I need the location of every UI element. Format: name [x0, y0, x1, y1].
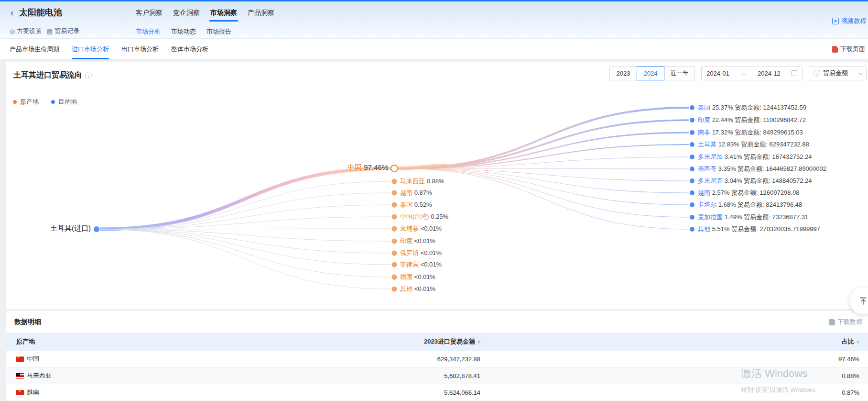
sort-share-icon[interactable] [857, 340, 859, 344]
flow-right-node-卡塔尔[interactable] [690, 202, 694, 207]
flow-right-label-印度[interactable]: 印度 22.44% 贸易金额: 1100296842.72 [698, 116, 806, 124]
flow-mid-node-菲律宾[interactable] [392, 262, 397, 267]
flow-mid-node-柬埔寨[interactable] [392, 226, 397, 232]
subtab-market-report[interactable]: 市场报告 [206, 22, 232, 40]
info-icon[interactable]: i [85, 72, 92, 78]
flow-link-source-俄罗斯 [99, 229, 391, 253]
nav-import-analysis[interactable]: 进口市场分析 [72, 39, 109, 59]
table-row[interactable]: 马来西亚 5,682,878.41 0.88% [6, 368, 868, 384]
legend-destination[interactable]: 目的地 [51, 98, 77, 106]
subtab-market-dynamics[interactable]: 市场动态 [170, 22, 197, 40]
flow-right-node-越南[interactable] [690, 190, 694, 195]
flow-right-node-土耳其[interactable] [690, 142, 694, 147]
download-data-label: 下载数据 [837, 318, 862, 326]
table-row[interactable]: 中国 629,347,232.88 97.46% [6, 351, 868, 368]
year-2024-button[interactable]: 2024 [637, 66, 664, 80]
top-header: ‹ 太阳能电池 ◎ 方案设置 ▤ 贸易记录 客户洞察 竞企洞察 市场洞察 产品洞… [0, 0, 868, 39]
flow-right-label-墨西哥[interactable]: 墨西哥 3.35% 贸易金额: 164465827.89000002 [698, 165, 826, 173]
table-row[interactable]: 越南 5,624,066.14 0.87% [6, 384, 868, 401]
data-detail-card: 数据明细 下载数据 原产地 2023进口贸易金额 占比 中国 [6, 311, 868, 401]
metric-select-value: 贸易金额 [823, 69, 848, 78]
recent-year-button[interactable]: 近一年 [664, 66, 695, 80]
nav-product-lifecycle[interactable]: 产品市场生命周期 [10, 39, 59, 59]
flow-right-label-孟加拉国[interactable]: 孟加拉国 1.49% 贸易金额: 73236877.31 [698, 213, 808, 222]
flow-mid-node-俄罗斯[interactable] [392, 251, 397, 256]
column-share[interactable]: 占比 [485, 333, 868, 351]
column-amount[interactable]: 2023进口贸易金额 [92, 333, 485, 351]
flow-mid-label-越南[interactable]: 越南 0.87% [400, 189, 432, 197]
tab-market-insight[interactable]: 市场洞察 [209, 4, 238, 22]
download-data-button[interactable]: 下载数据 [829, 318, 862, 326]
trade-records-button[interactable]: ▤ 贸易记录 [47, 27, 79, 35]
flow-mid-node-马来西亚[interactable] [392, 179, 397, 184]
flow-mid-label-菲律宾[interactable]: 菲律宾 <0.01% [400, 260, 442, 269]
flow-mid-node-中国(台湾)[interactable] [392, 214, 397, 220]
tab-competitor-insight[interactable]: 竞企洞察 [172, 4, 201, 22]
flow-right-node-其他[interactable] [690, 227, 694, 232]
flow-right-node-多米尼加[interactable] [690, 155, 694, 159]
flow-right-label-土耳其[interactable]: 土耳其 12.83% 贸易金额: 629347232.88 [698, 140, 809, 149]
flow-right-label-其他[interactable]: 其他 5.51% 贸易金额: 270320035.71999997 [698, 225, 820, 234]
sub-tabs: 市场分析 市场动态 市场报告 [135, 22, 232, 40]
flow-right-node-印度[interactable] [690, 118, 694, 123]
flow-right-label-多米尼克[interactable]: 多米尼克 3.04% 贸易金额: 148840572.24 [698, 177, 812, 185]
flow-mid-label-其他[interactable]: 其他 <0.01% [400, 285, 435, 293]
year-2023-button[interactable]: 2023 [609, 66, 637, 80]
flow-mid-label-马来西亚[interactable]: 马来西亚 0.88% [400, 177, 445, 186]
flow-right-node-南非[interactable] [690, 130, 694, 135]
flow-right-node-多米尼克[interactable] [690, 178, 694, 183]
flow-mid-node-德国[interactable] [392, 275, 397, 280]
sort-amount-icon[interactable] [477, 340, 480, 344]
flag-icon [16, 390, 24, 395]
year-segmented-control: 2023 2024 近一年 [609, 66, 695, 80]
flow-right-label-卡塔尔[interactable]: 卡塔尔 1.68% 贸易金额: 82413796.48 [698, 200, 802, 209]
flow-link-source-德国 [99, 229, 391, 277]
trade-records-label: 贸易记录 [54, 27, 79, 35]
flow-right-label-越南[interactable]: 越南 2.57% 贸易金额: 126097298.08 [698, 189, 799, 197]
metric-select[interactable]: i 贸易金额 [809, 66, 867, 80]
tab-customer-insight[interactable]: 客户洞察 [135, 4, 163, 22]
column-share-label: 占比 [842, 337, 854, 346]
nav-export-analysis[interactable]: 出口市场分析 [121, 39, 159, 59]
back-icon[interactable]: ‹ [11, 7, 14, 18]
flow-mid-label-中国[interactable]: 中国 97.46% [347, 163, 388, 172]
origin-dot-icon [13, 100, 17, 104]
chevron-down-icon [858, 70, 863, 75]
flow-right-node-泰国[interactable] [690, 105, 694, 110]
flow-mid-label-柬埔寨[interactable]: 柬埔寨 <0.01% [400, 224, 442, 233]
flow-mid-node-其他[interactable] [392, 287, 397, 292]
flow-mid-label-印度[interactable]: 印度 <0.01% [400, 237, 435, 245]
video-tutorial-link[interactable]: 视频教程 [832, 17, 866, 25]
plan-settings-button[interactable]: ◎ 方案设置 [10, 27, 42, 35]
flow-source-label[interactable]: 土耳其(进口) [50, 224, 91, 233]
tab-product-insight[interactable]: 产品洞察 [247, 4, 275, 22]
flow-link-china-泰国 [398, 108, 689, 168]
origin-cell: 越南 [27, 388, 39, 397]
flow-right-node-孟加拉国[interactable] [690, 215, 694, 220]
amount-cell: 629,347,232.88 [92, 351, 485, 367]
pdf-icon [832, 46, 838, 53]
flow-right-label-南非[interactable]: 南非 17.32% 贸易金额: 849299615.03 [698, 128, 803, 137]
subtab-market-analysis[interactable]: 市场分析 [135, 22, 162, 40]
flow-mid-node-泰国[interactable] [392, 202, 397, 208]
flow-source-node[interactable] [94, 226, 99, 232]
date-end: 2024-12 [758, 70, 781, 77]
flow-mid-node-中国[interactable] [391, 165, 398, 172]
nav-overall-analysis[interactable]: 整体市场分析 [171, 39, 208, 59]
flag-icon [16, 373, 24, 379]
flow-right-node-墨西哥[interactable] [690, 167, 694, 171]
flow-right-label-多米尼加[interactable]: 多米尼加 3.41% 贸易金额: 167432752.24 [698, 153, 812, 161]
table-header: 原产地 2023进口贸易金额 占比 [6, 333, 868, 351]
flow-mid-node-印度[interactable] [392, 239, 397, 244]
data-detail-title: 数据明细 [14, 318, 41, 326]
flow-mid-label-俄罗斯[interactable]: 俄罗斯 <0.01% [400, 249, 442, 257]
date-range-picker[interactable]: 2024-01 → 2024-12 [701, 66, 803, 80]
download-page-button[interactable]: 下载页面 [832, 39, 865, 59]
flow-mid-label-泰国[interactable]: 泰国 0.52% [400, 200, 432, 209]
flow-right-label-泰国[interactable]: 泰国 25.37% 贸易金额: 1244137452.59 [698, 103, 806, 112]
flow-mid-node-越南[interactable] [392, 190, 397, 196]
legend-origin[interactable]: 原产地 [13, 98, 39, 106]
flow-mid-label-德国[interactable]: 德国 <0.01% [400, 273, 435, 281]
flow-mid-label-中国(台湾)[interactable]: 中国(台湾) 0.25% [400, 212, 448, 221]
column-amount-label: 2023进口贸易金额 [424, 337, 475, 346]
